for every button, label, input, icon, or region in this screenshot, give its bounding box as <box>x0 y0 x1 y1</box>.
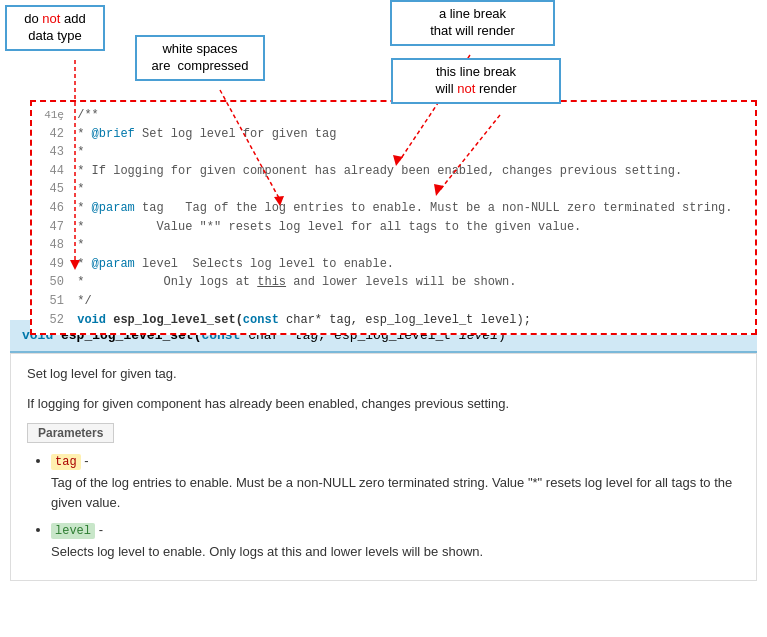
param-tag-desc: Tag of the log entries to enable. Must b… <box>51 473 740 512</box>
code-line-47: 47 * Value "*" resets log level for all … <box>40 218 747 237</box>
code-44-content: * If logging for given component has alr… <box>77 164 682 178</box>
line-num-52: 52 <box>40 311 64 330</box>
code-line-44: 44 * If logging for given component has … <box>40 162 747 181</box>
code-52-rest: char* tag, esp_log_level_t level); <box>279 313 531 327</box>
code-line-50: 50 * Only logs at this and lower levels … <box>40 273 747 292</box>
param-level-dash: - <box>95 522 103 537</box>
code-block: 41ȩ /** 42 * @brief Set log level for gi… <box>30 100 757 335</box>
annotation-line-break-not: this line breakwill not render <box>391 58 561 104</box>
doc-section: void esp_log_level_set(const char *tag, … <box>10 320 757 581</box>
doc-desc1: Set log level for given tag. <box>27 364 740 384</box>
code-43-content: * <box>77 145 84 159</box>
diagram-area: do not adddata type white spacesare comp… <box>0 0 767 290</box>
code-52-const: const <box>243 313 279 327</box>
param-tag-dash: - <box>81 453 89 468</box>
code-52-void: void <box>77 313 113 327</box>
code-42-content: * @brief Set log level for given tag <box>77 127 336 141</box>
line-num-50: 50 <box>40 273 64 292</box>
param-list: tag - Tag of the log entries to enable. … <box>27 451 740 562</box>
line-num-43: 43 <box>40 143 64 162</box>
annotation-line-break-render: a line breakthat will render <box>390 0 555 46</box>
code-47-content: * Value "*" resets log level for all tag… <box>77 220 581 234</box>
code-area: 41ȩ /** 42 * @brief Set log level for gi… <box>32 102 755 333</box>
annotation-white-spaces: white spacesare compressed <box>135 35 265 81</box>
code-line-49: 49 * @param level Selects log level to e… <box>40 255 747 274</box>
code-48-content: * <box>77 238 84 252</box>
code-51-content: */ <box>77 294 91 308</box>
not-text: not <box>42 11 60 26</box>
param-tag-name: tag <box>51 454 81 470</box>
code-52-fn: esp_log_level_set( <box>113 313 243 327</box>
line-num-41: 41ȩ <box>40 107 64 124</box>
doc-body: Set log level for given tag. If logging … <box>10 353 757 581</box>
line-num-46: 46 <box>40 199 64 218</box>
code-49-content: * @param level Selects log level to enab… <box>77 257 394 271</box>
code-46-content: * @param tag Tag of the log entries to e… <box>77 201 732 215</box>
param-level-desc: Selects log level to enable. Only logs a… <box>51 542 740 562</box>
line-num-45: 45 <box>40 180 64 199</box>
param-item-level: level - Selects log level to enable. Onl… <box>51 520 740 562</box>
param-level-name: level <box>51 523 95 539</box>
line-num-49: 49 <box>40 255 64 274</box>
params-label: Parameters <box>27 423 114 443</box>
code-line-46: 46 * @param tag Tag of the log entries t… <box>40 199 747 218</box>
line-num-47: 47 <box>40 218 64 237</box>
code-line-45: 45 * <box>40 180 747 199</box>
line-num-42: 42 <box>40 125 64 144</box>
code-45-content: * <box>77 182 84 196</box>
code-line-43: 43 * <box>40 143 747 162</box>
doc-desc2: If logging for given component has alrea… <box>27 394 740 414</box>
param-item-tag: tag - Tag of the log entries to enable. … <box>51 451 740 512</box>
line-num-44: 44 <box>40 162 64 181</box>
code-50-content: * Only logs at this and lower levels wil… <box>77 275 516 289</box>
code-line-48: 48 * <box>40 236 747 255</box>
code-line-52: 52 void esp_log_level_set(const char* ta… <box>40 311 747 330</box>
line-num-51: 51 <box>40 292 64 311</box>
code-line-51: 51 */ <box>40 292 747 311</box>
annotation-do-not: do not adddata type <box>5 5 105 51</box>
code-41-content: /** <box>77 108 99 122</box>
code-line-42: 42 * @brief Set log level for given tag <box>40 125 747 144</box>
line-num-48: 48 <box>40 236 64 255</box>
code-line-41: 41ȩ /** <box>40 106 747 125</box>
not-render-text: not <box>457 81 475 96</box>
